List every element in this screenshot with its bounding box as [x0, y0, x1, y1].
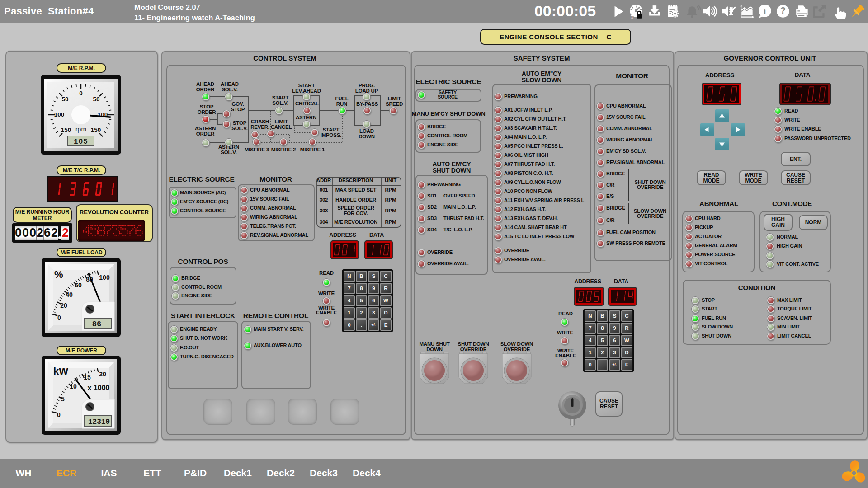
svg-text:100: 100 — [54, 111, 65, 118]
svg-text:0: 0 — [57, 411, 61, 418]
svg-text:?: ? — [780, 5, 786, 15]
svg-text:1: 1 — [630, 14, 633, 20]
svg-text:%: % — [54, 269, 63, 280]
svg-text:105: 105 — [74, 138, 88, 146]
svg-text:86: 86 — [92, 320, 101, 328]
svg-text:5: 5 — [61, 395, 65, 403]
svg-text:100: 100 — [99, 274, 110, 281]
svg-text:20: 20 — [60, 302, 67, 309]
svg-text:15: 15 — [84, 374, 91, 381]
svg-text:0: 0 — [79, 90, 83, 97]
svg-text:60: 60 — [75, 282, 82, 289]
svg-text:20: 20 — [99, 371, 106, 378]
svg-text:12319: 12319 — [88, 418, 110, 426]
svg-text:0: 0 — [57, 314, 61, 321]
svg-text:150: 150 — [91, 127, 101, 133]
svg-text:rpm: rpm — [75, 126, 86, 133]
svg-text:150: 150 — [61, 127, 71, 133]
svg-text:x 1000: x 1000 — [88, 384, 110, 392]
svg-text:kW: kW — [53, 366, 68, 377]
svg-text:50: 50 — [61, 96, 68, 103]
svg-text:i: i — [764, 7, 766, 16]
svg-text:10: 10 — [70, 383, 77, 390]
svg-text:50: 50 — [93, 96, 99, 103]
svg-text:40: 40 — [66, 291, 73, 298]
